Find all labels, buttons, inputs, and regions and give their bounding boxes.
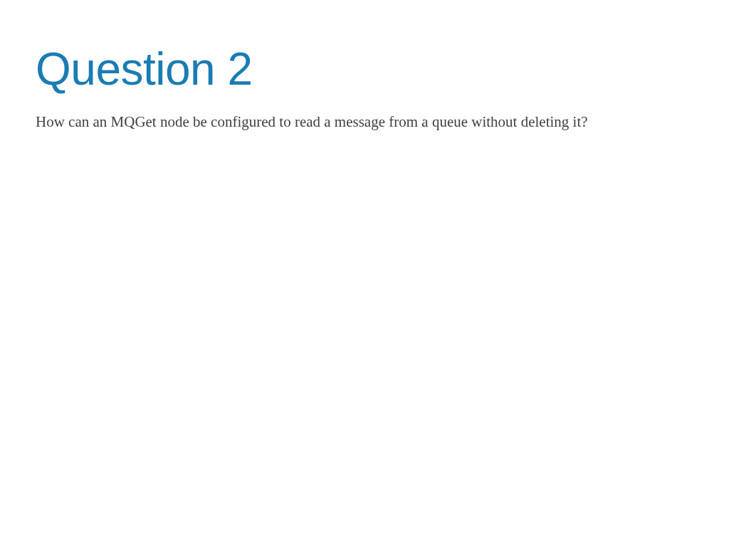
question-title: Question 2 xyxy=(36,43,720,95)
question-container: Question 2 How can an MQGet node be conf… xyxy=(0,0,756,134)
question-body: How can an MQGet node be configured to r… xyxy=(36,111,720,134)
